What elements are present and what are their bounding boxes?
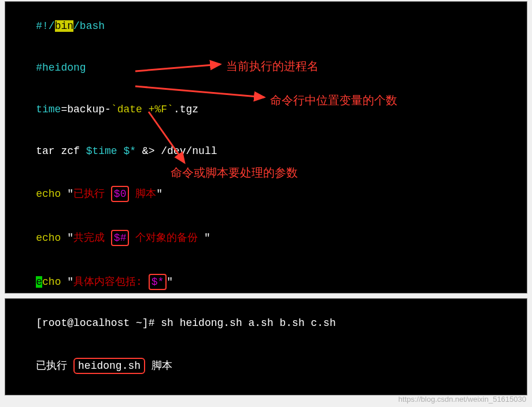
annotation-label: 当前执行的进程名 (226, 58, 319, 74)
var-ref: $* (152, 276, 164, 288)
text: &> /dev/null (136, 145, 217, 157)
var-hash-box: $# (111, 230, 130, 246)
text: =backup- (61, 104, 110, 115)
string: 已执行 (73, 188, 111, 200)
string: 具体内容包括: (73, 276, 149, 288)
code-line: echo "具体内容包括: $*" (11, 260, 521, 294)
quote: " (156, 188, 162, 200)
text: 脚本 (145, 360, 172, 372)
code-line: time=backup-`date +%F`.tgz (11, 89, 521, 130)
text: #!/ (36, 20, 54, 32)
cursor-char: e (36, 276, 42, 288)
text: tar zcf (36, 145, 86, 157)
quote: " (167, 276, 173, 288)
quote: " (204, 232, 210, 244)
string: 脚本 (129, 188, 156, 200)
quote: " (67, 188, 73, 200)
string: 个对象的备份 (129, 232, 204, 244)
cmd-echo: echo (36, 188, 67, 200)
var-ref: $0 (114, 188, 127, 200)
output-box-scriptname: heidong.sh (73, 358, 145, 374)
backtick-cmd: `date +%F` (111, 104, 173, 115)
var-zero-box: $0 (111, 186, 130, 202)
prompt: [root@localhost ~]# (36, 317, 161, 329)
cmd-echo: cho (42, 276, 67, 288)
text: .tgz (173, 104, 198, 115)
comment: #heidong (36, 62, 86, 74)
var-name: time (36, 104, 61, 115)
highlighted-text: bin (55, 20, 73, 32)
var-ref: $time $* (86, 145, 136, 157)
annotation-label: 命令或脚本要处理的参数 (171, 165, 298, 181)
watermark: https://blog.csdn.net/weixin_51615030 (398, 395, 526, 404)
text: /bash (73, 20, 105, 32)
var-star-box: $* (149, 274, 167, 290)
shell-command: sh heidong.sh a.sh b.sh c.sh (161, 317, 335, 329)
code-line: #!/bin/bash (11, 5, 521, 47)
text: 已执行 (36, 360, 73, 372)
string: 共完成 (73, 232, 111, 244)
quote: " (67, 276, 73, 288)
var-ref: $# (114, 232, 127, 244)
code-line: echo "共完成 $# 个对象的备份 " (11, 216, 521, 260)
editor-terminal[interactable]: #!/bin/bash #heidong time=backup-`date +… (5, 1, 527, 294)
cmd-echo: echo (36, 232, 67, 244)
annotation-label: 命令行中位置变量的个数 (270, 93, 397, 108)
text: heidong.sh (78, 360, 141, 372)
quote: " (67, 232, 73, 244)
shell-output: 已执行 heidong.sh 脚本 (11, 344, 521, 388)
shell-line: [root@localhost ~]# sh heidong.sh a.sh b… (11, 302, 521, 344)
shell-terminal[interactable]: [root@localhost ~]# sh heidong.sh a.sh b… (5, 298, 527, 395)
